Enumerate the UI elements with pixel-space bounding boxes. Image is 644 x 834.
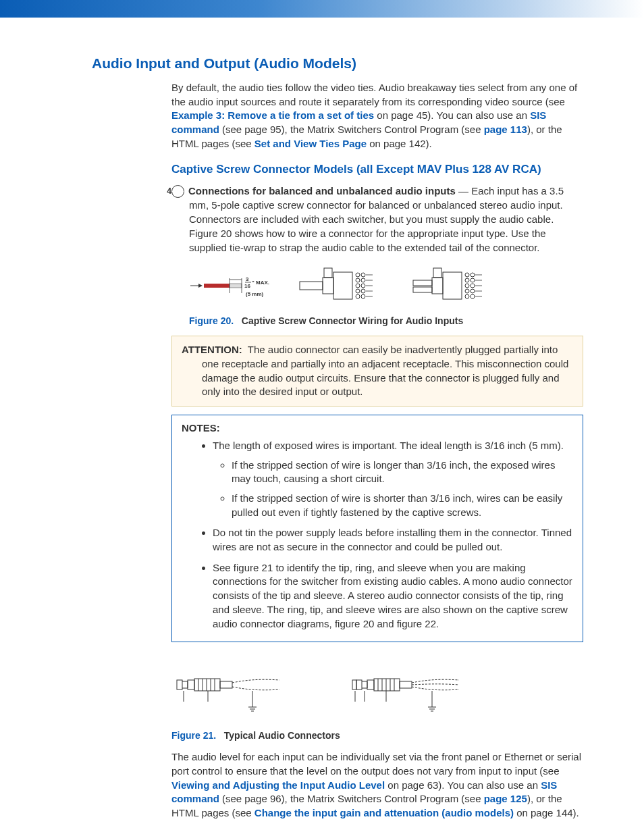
svg-point-16: [356, 273, 360, 277]
svg-point-44: [465, 294, 469, 298]
attention-box: ATTENTION: The audio connector can easil…: [171, 336, 583, 407]
svg-point-41: [471, 284, 475, 288]
svg-point-39: [471, 278, 475, 282]
svg-rect-66: [352, 680, 356, 689]
svg-rect-14: [324, 268, 332, 278]
link-example3[interactable]: Example 3: Remove a tie from a set of ti…: [171, 109, 374, 121]
svg-rect-68: [367, 680, 374, 689]
connector-diagram-2: [412, 265, 500, 306]
note-3: See figure 21 to identify the tip, ring,…: [213, 561, 573, 631]
svg-point-17: [361, 273, 365, 277]
svg-point-23: [361, 289, 365, 293]
notes-1-sub: If the stripped section of wire is longe…: [213, 459, 573, 520]
circled-4-icon: 4: [171, 185, 184, 198]
svg-rect-67: [356, 680, 362, 689]
page-top-gradient: [0, 0, 644, 18]
svg-text:3: 3: [246, 276, 249, 282]
link-page-125[interactable]: page 125: [484, 793, 527, 804]
stereo-jack-diagram: [347, 653, 482, 721]
notes-box: NOTES: The length of exposed wires is im…: [171, 415, 583, 642]
link-page-113[interactable]: page 113: [484, 124, 527, 135]
note-1b: If the stripped section of wire is short…: [232, 492, 573, 519]
figure-21-caption: Figure 21. Typical Audio Connectors: [171, 730, 583, 741]
closing-paragraph: The audio level for each input can be in…: [171, 750, 583, 820]
svg-rect-32: [413, 287, 432, 292]
wire-strip-diagram: 3 16 " MAX. (5 mm): [189, 269, 270, 303]
svg-rect-59: [220, 681, 232, 688]
svg-rect-33: [432, 278, 443, 294]
subsection-heading: Captive Screw Connector Models (all Exce…: [171, 163, 583, 176]
svg-point-37: [471, 273, 475, 277]
svg-text:(5 mm): (5 mm): [246, 291, 264, 297]
section-heading: Audio Input and Output (Audio Models): [92, 55, 583, 72]
figure-20-caption: Figure 20. Captive Screw Connector Wirin…: [189, 315, 583, 326]
svg-point-19: [361, 278, 365, 282]
item-4-bold: Connections for balanced and unbalanced …: [188, 185, 456, 197]
svg-marker-1: [198, 284, 203, 288]
svg-point-36: [465, 273, 469, 277]
note-2: Do not tin the power supply leads before…: [213, 526, 573, 554]
svg-point-25: [361, 294, 365, 298]
svg-rect-34: [433, 268, 441, 278]
svg-rect-31: [413, 280, 432, 286]
svg-rect-13: [323, 278, 333, 294]
svg-rect-52: [188, 680, 194, 689]
link-change-input-gain[interactable]: Change the input gain and attenuation (a…: [254, 807, 514, 818]
svg-point-24: [356, 294, 360, 298]
figure-21-diagrams: [171, 653, 583, 721]
svg-point-22: [356, 289, 360, 293]
attention-label: ATTENTION:: [182, 344, 242, 355]
figure-20-diagrams: 3 16 " MAX. (5 mm): [189, 265, 583, 306]
svg-point-38: [465, 278, 469, 282]
link-set-view-ties[interactable]: Set and View Ties Page: [254, 138, 367, 149]
numbered-item-4: 4Connections for balanced and unbalanced…: [171, 184, 583, 255]
svg-rect-35: [443, 272, 462, 299]
attention-body: one receptacle and partially into an adj…: [182, 357, 573, 399]
svg-point-21: [361, 284, 365, 288]
note-1a: If the stripped section of wire is longe…: [232, 459, 573, 486]
notes-list: The length of exposed wires is important…: [182, 439, 573, 631]
svg-rect-2: [204, 284, 230, 288]
svg-rect-75: [400, 681, 412, 688]
svg-text:" MAX.: " MAX.: [252, 280, 269, 286]
intro-block: By default, the audio ties follow the vi…: [171, 81, 583, 834]
link-view-adjust-audio[interactable]: Viewing and Adjusting the Input Audio Le…: [171, 779, 385, 791]
svg-rect-15: [333, 272, 352, 299]
intro-paragraph: By default, the audio ties follow the vi…: [171, 81, 583, 151]
svg-rect-3: [230, 284, 242, 288]
svg-point-43: [471, 289, 475, 293]
svg-point-42: [465, 289, 469, 293]
svg-point-45: [471, 294, 475, 298]
page-content: Audio Input and Output (Audio Models) By…: [0, 55, 644, 834]
svg-point-40: [465, 284, 469, 288]
svg-text:16: 16: [244, 283, 250, 289]
note-1: The length of exposed wires is important…: [213, 439, 573, 519]
mono-jack-diagram: [171, 653, 306, 721]
notes-label: NOTES:: [182, 422, 573, 434]
svg-point-18: [356, 278, 360, 282]
connector-diagram-1: [297, 265, 385, 306]
svg-point-20: [356, 284, 360, 288]
svg-rect-12: [300, 282, 323, 290]
svg-rect-51: [177, 680, 182, 689]
